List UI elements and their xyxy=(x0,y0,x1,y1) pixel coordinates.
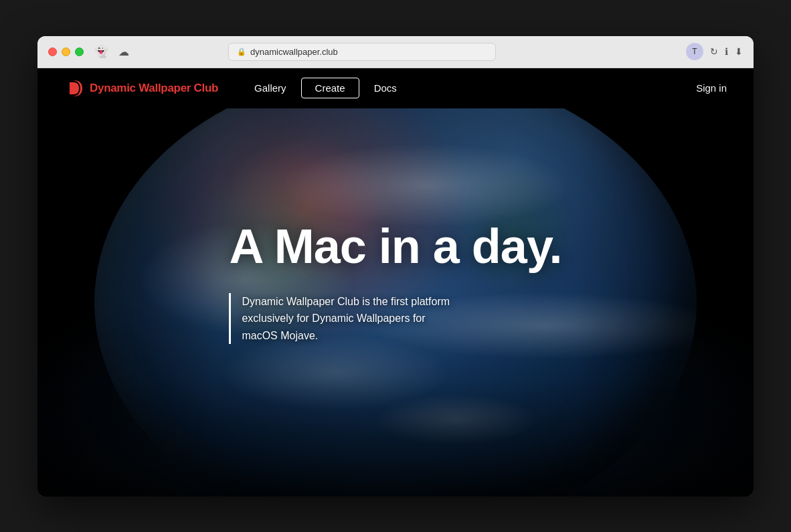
navigation: Dynamic Wallpaper Club Gallery Create Do… xyxy=(37,68,754,108)
browser-window: 👻 ☁ 🔒 dynamicwallpaper.club T ↻ ℹ ⬇ xyxy=(37,36,754,497)
nav-docs-link[interactable]: Docs xyxy=(365,78,406,98)
hero-content: A Mac in a day. Dynamic Wallpaper Club i… xyxy=(229,220,561,345)
refresh-icon[interactable]: ↻ xyxy=(710,46,718,57)
nav-brand-text: Dynamic Wallpaper Club xyxy=(90,82,218,95)
info-icon[interactable]: ℹ xyxy=(725,46,728,57)
browser-chrome: 👻 ☁ 🔒 dynamicwallpaper.club T ↻ ℹ ⬇ xyxy=(37,36,754,68)
maximize-button[interactable] xyxy=(75,48,84,56)
ghost-icon: 👻 xyxy=(92,44,110,59)
hero-description: Dynamic Wallpaper Club is the first plat… xyxy=(229,293,456,345)
nav-logo[interactable]: Dynamic Wallpaper Club xyxy=(64,78,218,98)
close-button[interactable] xyxy=(48,48,57,56)
minimize-button[interactable] xyxy=(62,48,70,56)
url-display: dynamicwallpaper.club xyxy=(250,47,338,57)
nav-signin-link[interactable]: Sign in xyxy=(696,82,727,94)
address-bar[interactable]: 🔒 dynamicwallpaper.club xyxy=(228,43,496,61)
nav-links: Gallery Create Docs xyxy=(245,78,406,98)
logo-icon xyxy=(64,78,84,98)
download-icon[interactable]: ⬇ xyxy=(735,46,743,57)
lock-icon: 🔒 xyxy=(237,48,246,56)
nav-create-link[interactable]: Create xyxy=(301,78,359,98)
hero-title: A Mac in a day. xyxy=(229,220,561,273)
browser-actions: T ↻ ℹ ⬇ xyxy=(686,43,743,60)
translate-icon[interactable]: T xyxy=(686,43,703,60)
cloud-icon: ☁ xyxy=(118,46,129,58)
hero-section: A Mac in a day. Dynamic Wallpaper Club i… xyxy=(37,108,754,497)
traffic-lights xyxy=(48,48,84,56)
website-content: Dynamic Wallpaper Club Gallery Create Do… xyxy=(37,68,754,497)
nav-gallery-link[interactable]: Gallery xyxy=(245,78,296,98)
